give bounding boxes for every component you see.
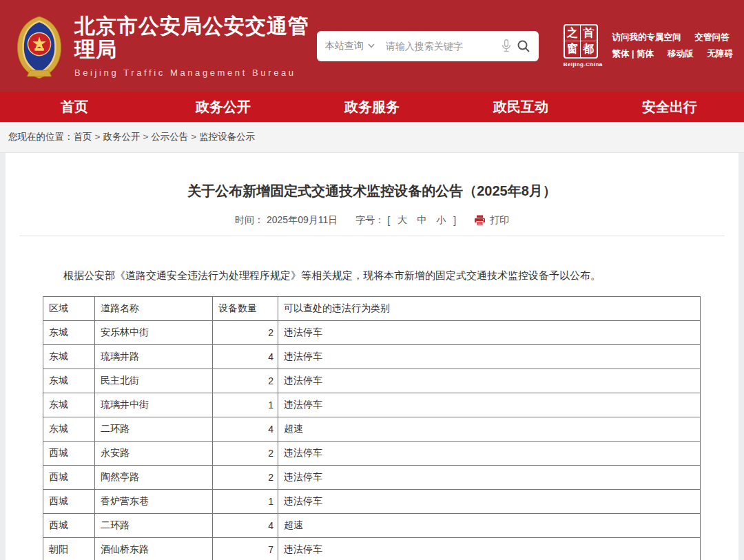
search-scope-select[interactable]: 本站查询 (325, 40, 375, 52)
cell-road: 安乐林中街 (95, 321, 213, 345)
cell-district: 东城 (43, 345, 95, 369)
cell-district: 西城 (43, 490, 95, 514)
cell-district: 西城 (43, 514, 95, 538)
cell-district: 东城 (43, 321, 95, 345)
header-link[interactable]: 访问我的专属空间 (612, 32, 681, 43)
site-search-box: 本站查询 (317, 31, 539, 61)
breadcrumb-item[interactable]: 政务公开 (103, 132, 140, 142)
cell-violation: 超速 (278, 417, 701, 442)
cell-count: 2 (213, 466, 278, 490)
table-header-row: 区域道路名称设备数量可以查处的违法行为类别 (43, 297, 701, 321)
cell-road: 永安路 (95, 442, 213, 466)
table-row: 东城琉璃井中街1违法停车 (43, 393, 701, 417)
cell-count: 4 (213, 345, 278, 369)
cell-count: 2 (213, 321, 278, 345)
cell-count: 1 (213, 490, 278, 514)
table-header-cell: 设备数量 (213, 297, 278, 321)
main-nav: 首页政务公开政务服务政民互动安全出行 (0, 92, 744, 122)
print-label: 打印 (490, 214, 509, 227)
site-header: 北京市公安局公安交通管理局 Beijing Traffic Management… (0, 0, 744, 92)
capital-window-logo[interactable]: 之首窗都 Beijing-China (564, 24, 603, 68)
cell-district: 东城 (43, 417, 95, 442)
devices-table: 区域道路名称设备数量可以查处的违法行为类别 东城安乐林中街2违法停车东城琉璃井路… (43, 296, 701, 560)
breadcrumb-items: 首页>政务公开>公示公告>监控设备公示 (74, 131, 256, 143)
nav-item-3[interactable]: 政务服务 (298, 92, 446, 122)
cell-district: 东城 (43, 369, 95, 393)
fontsize-label: 字号： (355, 214, 384, 227)
cell-district: 朝阳 (43, 538, 95, 560)
fontsize-bracket-close: ] (453, 215, 456, 226)
table-row: 西城二环路4超速 (43, 514, 701, 538)
header-link[interactable]: 繁体 | 简体 (612, 48, 654, 60)
cell-road: 陶然亭路 (95, 466, 213, 490)
header-link[interactable]: 无障碍 (707, 48, 734, 60)
table-header-cell: 区域 (43, 297, 95, 321)
cell-violation: 超速 (278, 514, 701, 538)
nav-item-2[interactable]: 政务公开 (149, 92, 298, 122)
cell-count: 7 (213, 538, 278, 560)
cell-violation: 违法停车 (278, 490, 701, 514)
breadcrumb-separator: > (95, 132, 101, 142)
fontsize-bracket-open: [ (387, 215, 390, 226)
cell-road: 二环路 (95, 417, 213, 442)
meta-divider (19, 236, 725, 236)
cell-road: 琉璃井中街 (95, 393, 213, 417)
nav-item-1[interactable]: 首页 (0, 92, 149, 122)
breadcrumb: 您现在的位置： 首页>政务公开>公示公告>监控设备公示 (0, 122, 744, 153)
table-row: 东城安乐林中街2违法停车 (43, 321, 701, 345)
capital-window-char: 窗 (565, 41, 581, 57)
capital-window-char: 都 (581, 41, 597, 57)
site-subtitle: Beijing Traffic Management Bureau (74, 68, 317, 78)
content-card: 关于公布新增固定式交通技术监控设备的公告（2025年8月） 时间： 2025年0… (6, 153, 738, 560)
breadcrumb-prefix: 您现在的位置： (8, 131, 74, 143)
nav-item-5[interactable]: 安全出行 (595, 92, 744, 122)
header-link[interactable]: 移动版 (668, 48, 694, 60)
cell-road: 香炉营东巷 (95, 490, 213, 514)
table-header-cell: 道路名称 (95, 297, 213, 321)
cell-violation: 违法停车 (278, 442, 701, 466)
header-links: 访问我的专属空间交管问答 繁体 | 简体移动版无障碍 (612, 27, 733, 65)
cell-count: 1 (213, 393, 278, 417)
cell-count: 4 (213, 417, 278, 442)
nav-item-4[interactable]: 政民互动 (446, 92, 595, 122)
search-scope-label: 本站查询 (325, 40, 364, 52)
cell-violation: 违法停车 (278, 345, 701, 369)
breadcrumb-item[interactable]: 首页 (74, 132, 92, 142)
chevron-down-icon (368, 43, 375, 48)
capital-window-caption: Beijing-China (564, 61, 603, 68)
table-header-cell: 可以查处的违法行为类别 (278, 297, 701, 321)
police-badge-logo (11, 10, 68, 82)
table-row: 东城民主北街2违法停车 (43, 369, 701, 393)
fontsize-control: 字号： [ 大中小 ] (355, 214, 456, 227)
time-value: 2025年09月11日 (267, 214, 338, 227)
site-title-block: 北京市公安局公安交通管理局 Beijing Traffic Management… (74, 14, 317, 78)
cell-district: 西城 (43, 466, 95, 490)
print-button[interactable]: 打印 (474, 214, 509, 227)
time-label: 时间： (235, 214, 264, 227)
microphone-icon[interactable] (502, 39, 511, 52)
cell-district: 东城 (43, 393, 95, 417)
search-icon[interactable] (517, 39, 530, 53)
cell-violation: 违法停车 (278, 369, 701, 393)
cell-violation: 违法停车 (278, 393, 701, 417)
capital-window-char: 首 (581, 25, 597, 41)
cell-violation: 违法停车 (278, 466, 701, 490)
breadcrumb-item[interactable]: 监控设备公示 (199, 132, 255, 142)
fontsize-option[interactable]: 中 (417, 214, 426, 225)
capital-window-grid: 之首窗都 (564, 24, 598, 59)
article-title: 关于公布新增固定式交通技术监控设备的公告（2025年8月） (6, 182, 738, 200)
cell-road: 琉璃井路 (95, 345, 213, 369)
cell-road: 民主北街 (95, 369, 213, 393)
cell-count: 2 (213, 442, 278, 466)
breadcrumb-item[interactable]: 公示公告 (151, 132, 188, 142)
search-input[interactable] (384, 40, 496, 52)
table-row: 西城永安路2违法停车 (43, 442, 701, 466)
table-row: 朝阳酒仙桥东路7违法停车 (43, 538, 701, 560)
cell-road: 酒仙桥东路 (95, 538, 213, 560)
fontsize-option[interactable]: 大 (397, 214, 407, 225)
table-row: 西城香炉营东巷1违法停车 (43, 490, 701, 514)
table-row: 东城琉璃井路4违法停车 (43, 345, 701, 369)
header-link[interactable]: 交管问答 (695, 32, 730, 43)
fontsize-option[interactable]: 小 (436, 214, 446, 225)
capital-window-char: 之 (565, 25, 581, 41)
